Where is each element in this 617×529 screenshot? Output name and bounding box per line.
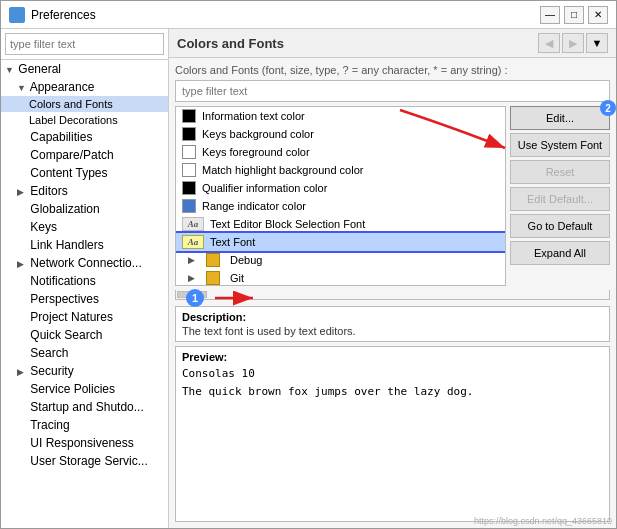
- sidebar-item-compare-patch[interactable]: ▶ Compare/Patch: [1, 146, 168, 164]
- window-controls: — □ ✕: [540, 6, 608, 24]
- list-item-label-range: Range indicator color: [202, 200, 306, 212]
- list-item-text-font[interactable]: Aa Text Font: [176, 233, 505, 251]
- sidebar-item-notifications[interactable]: ▶ Notifications: [1, 272, 168, 290]
- sidebar-item-search[interactable]: ▶ Search: [1, 344, 168, 362]
- sidebar-item-general[interactable]: ▼ General: [1, 60, 168, 78]
- sidebar-item-ui-responsiveness[interactable]: ▶ UI Responsiveness: [1, 434, 168, 452]
- title-bar: Preferences — □ ✕: [1, 1, 616, 29]
- close-button[interactable]: ✕: [588, 6, 608, 24]
- nav-back-button[interactable]: ◀: [538, 33, 560, 53]
- sidebar-item-user-storage[interactable]: ▶ User Storage Servic...: [1, 452, 168, 470]
- expand-arrow-security: ▶: [17, 367, 27, 377]
- sidebar-item-project-natures[interactable]: ▶ Project Natures: [1, 308, 168, 326]
- minimize-button[interactable]: —: [540, 6, 560, 24]
- aa-icon-block: Aa: [182, 217, 204, 231]
- list-item-keys-fg[interactable]: Keys foreground color: [176, 143, 505, 161]
- sidebar-search-container: [1, 29, 168, 60]
- preview-section: Preview: Consolas 10 The quick brown fox…: [175, 346, 610, 522]
- panel-title: Colors and Fonts: [177, 36, 284, 51]
- go-to-default-button[interactable]: Go to Default: [510, 214, 610, 238]
- expand-arrow-debug: ▶: [188, 255, 198, 265]
- badge-2: 2: [600, 100, 616, 116]
- reset-button[interactable]: Reset: [510, 160, 610, 184]
- main-panel: Colors and Fonts ◀ ▶ ▼ Colors and Fonts …: [169, 29, 616, 528]
- list-item-info-text[interactable]: Information text color: [176, 107, 505, 125]
- color-swatch-qualifier: [182, 181, 196, 195]
- sidebar-tree: ▼ General ▼ Appearance Colors and Fonts …: [1, 60, 168, 528]
- sidebar-item-colors-fonts[interactable]: Colors and Fonts: [1, 96, 168, 112]
- sidebar-item-tracing[interactable]: ▶ Tracing: [1, 416, 168, 434]
- action-buttons-panel: Edit... 2 Use System Font Reset Edit Def…: [510, 106, 610, 286]
- use-system-font-button[interactable]: Use System Font: [510, 133, 610, 157]
- edit-button[interactable]: Edit...: [510, 106, 610, 130]
- expand-arrow-editors: ▶: [17, 187, 27, 197]
- list-item-label-keys-bg: Keys background color: [202, 128, 314, 140]
- list-item-keys-bg[interactable]: Keys background color: [176, 125, 505, 143]
- list-item-label-debug: Debug: [230, 254, 262, 266]
- expand-arrow-git: ▶: [188, 273, 198, 283]
- list-item-git[interactable]: ▶ Git: [176, 269, 505, 286]
- sidebar-item-capabilities[interactable]: ▶ Capabilities: [1, 128, 168, 146]
- sidebar-item-content-types[interactable]: ▶ Content Types: [1, 164, 168, 182]
- sidebar-item-label-decorations[interactable]: Label Decorations: [1, 112, 168, 128]
- panel-body: Colors and Fonts (font, size, type, ? = …: [169, 58, 616, 528]
- expand-all-button[interactable]: Expand All: [510, 241, 610, 265]
- sidebar-item-security[interactable]: ▶ Security: [1, 362, 168, 380]
- sidebar-item-link-handlers[interactable]: ▶ Link Handlers: [1, 236, 168, 254]
- list-item-debug[interactable]: ▶ Debug: [176, 251, 505, 269]
- nav-dropdown-button[interactable]: ▼: [586, 33, 608, 53]
- filter-description: Colors and Fonts (font, size, type, ? = …: [175, 64, 610, 76]
- list-item-label-block: Text Editor Block Selection Font: [210, 218, 365, 230]
- panel-header: Colors and Fonts ◀ ▶ ▼: [169, 29, 616, 58]
- preview-label: Preview:: [182, 351, 603, 363]
- panel-nav: ◀ ▶ ▼: [538, 33, 608, 53]
- color-swatch-match-highlight: [182, 163, 196, 177]
- sidebar-search-input[interactable]: [5, 33, 164, 55]
- scroll-thumb: [177, 291, 207, 298]
- preview-text: Consolas 10 The quick brown fox jumps ov…: [182, 365, 603, 400]
- color-swatch-info: [182, 109, 196, 123]
- font-list[interactable]: Information text color Keys background c…: [175, 106, 506, 286]
- aa-icon-text-font: Aa: [182, 235, 204, 249]
- nav-forward-button[interactable]: ▶: [562, 33, 584, 53]
- description-text: The text font is used by text editors.: [182, 325, 603, 337]
- horizontal-scroll[interactable]: [175, 290, 610, 300]
- sidebar-item-service-policies[interactable]: ▶ Service Policies: [1, 380, 168, 398]
- expand-arrow-appearance: ▼: [17, 83, 27, 93]
- sidebar: ▼ General ▼ Appearance Colors and Fonts …: [1, 29, 169, 528]
- sidebar-item-perspectives[interactable]: ▶ Perspectives: [1, 290, 168, 308]
- sidebar-item-network[interactable]: ▶ Network Connectio...: [1, 254, 168, 272]
- color-swatch-keys-fg: [182, 145, 196, 159]
- expand-arrow-general: ▼: [5, 65, 15, 75]
- list-item-label-keys-fg: Keys foreground color: [202, 146, 310, 158]
- list-item-qualifier-info[interactable]: Qualifier information color: [176, 179, 505, 197]
- watermark-text: https://blog.csdn.net/qq_43665810: [474, 516, 612, 526]
- list-item-label-qualifier: Qualifier information color: [202, 182, 327, 194]
- debug-folder-icon: [206, 253, 220, 267]
- git-folder-icon: [206, 271, 220, 285]
- maximize-button[interactable]: □: [564, 6, 584, 24]
- window-title: Preferences: [31, 8, 540, 22]
- edit-btn-container: Edit... 2: [510, 106, 610, 130]
- list-item-text-editor-block[interactable]: Aa Text Editor Block Selection Font: [176, 215, 505, 233]
- sidebar-item-keys[interactable]: ▶ Keys: [1, 218, 168, 236]
- color-swatch-range: [182, 199, 196, 213]
- list-item-label-git: Git: [230, 272, 244, 284]
- list-item-label-text-font: Text Font: [210, 236, 255, 248]
- sidebar-item-quick-search[interactable]: ▶ Quick Search: [1, 326, 168, 344]
- font-filter-input[interactable]: [175, 80, 610, 102]
- edit-default-button[interactable]: Edit Default...: [510, 187, 610, 211]
- sidebar-item-startup[interactable]: ▶ Startup and Shutdo...: [1, 398, 168, 416]
- color-swatch-keys-bg: [182, 127, 196, 141]
- expand-arrow-network: ▶: [17, 259, 27, 269]
- sidebar-item-editors[interactable]: ▶ Editors: [1, 182, 168, 200]
- content-area: ▼ General ▼ Appearance Colors and Fonts …: [1, 29, 616, 528]
- list-item-match-highlight[interactable]: Match highlight background color: [176, 161, 505, 179]
- description-label: Description:: [182, 311, 603, 323]
- sidebar-item-globalization[interactable]: ▶ Globalization: [1, 200, 168, 218]
- list-item-range-indicator[interactable]: Range indicator color: [176, 197, 505, 215]
- list-item-label-match-highlight: Match highlight background color: [202, 164, 363, 176]
- sidebar-item-appearance[interactable]: ▼ Appearance: [1, 78, 168, 96]
- preferences-window: Preferences — □ ✕ ▼ General ▼ Appe: [0, 0, 617, 529]
- font-list-area: Information text color Keys background c…: [175, 106, 610, 286]
